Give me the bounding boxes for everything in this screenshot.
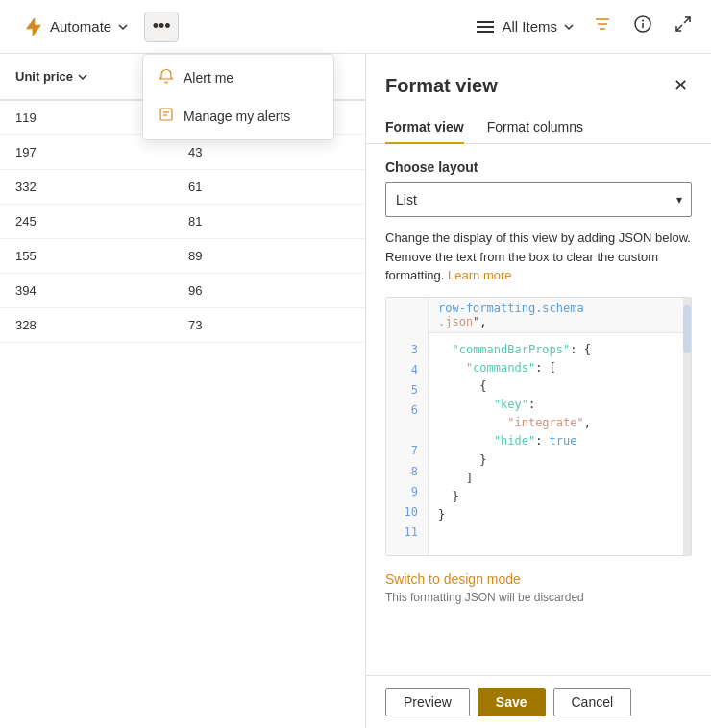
code-top: row-formatting.schema.json", bbox=[429, 298, 691, 333]
unit-price-cell: 328 bbox=[0, 308, 173, 342]
table-row[interactable]: 332 61 bbox=[0, 170, 365, 205]
chevron-down-icon bbox=[563, 21, 575, 33]
automate-button[interactable]: Automate bbox=[15, 12, 136, 41]
main-content: Unit price Production price 119 111 197 … bbox=[0, 54, 711, 728]
panel-title: Format view bbox=[385, 75, 498, 97]
unit-price-cell: 155 bbox=[0, 239, 173, 273]
code-editor[interactable]: 3 4 5 6 7 8 9 10 11 row-formatting.schem… bbox=[385, 297, 692, 556]
svg-line-7 bbox=[684, 17, 690, 23]
svg-point-6 bbox=[642, 20, 644, 22]
filter-button[interactable] bbox=[590, 12, 615, 41]
manage-alerts-item[interactable]: Manage my alerts bbox=[143, 97, 333, 135]
table-row[interactable]: 394 96 bbox=[0, 274, 365, 308]
svg-rect-9 bbox=[160, 109, 172, 120]
filter-icon bbox=[594, 15, 611, 33]
scrollbar-thumb bbox=[683, 305, 691, 353]
chevron-down-icon bbox=[117, 21, 129, 33]
table-row[interactable]: 155 89 bbox=[0, 239, 365, 274]
panel-header: Format view ✕ bbox=[366, 54, 711, 111]
code-scroll-area: 3 4 5 6 7 8 9 10 11 row-formatting.schem… bbox=[386, 298, 691, 555]
panel-tabs: Format view Format columns bbox=[366, 111, 711, 144]
cancel-button[interactable]: Cancel bbox=[553, 688, 632, 716]
close-button[interactable]: ✕ bbox=[670, 71, 692, 100]
design-mode-note: This formatting JSON will be discarded bbox=[385, 591, 692, 604]
design-mode-link[interactable]: Switch to design mode bbox=[385, 571, 692, 587]
expand-icon bbox=[674, 15, 692, 33]
code-scrollbar[interactable] bbox=[683, 298, 691, 555]
hamburger-icon bbox=[477, 21, 494, 33]
automate-label: Automate bbox=[50, 18, 111, 35]
svg-marker-0 bbox=[27, 17, 41, 35]
description-text: Change the display of this view by addin… bbox=[385, 229, 692, 285]
production-price-cell: 61 bbox=[173, 170, 365, 204]
sort-icon bbox=[77, 71, 88, 83]
table-row[interactable]: 245 81 bbox=[0, 205, 365, 239]
svg-line-8 bbox=[676, 25, 682, 31]
alert-me-item[interactable]: Alert me bbox=[143, 59, 333, 97]
tab-format-columns[interactable]: Format columns bbox=[487, 111, 583, 144]
more-icon: ••• bbox=[153, 16, 171, 36]
dropdown-menu: Alert me Manage my alerts bbox=[142, 54, 334, 140]
more-options-button[interactable]: ••• bbox=[144, 12, 179, 42]
top-bar-right: All Items bbox=[477, 12, 696, 41]
all-items-label: All Items bbox=[502, 18, 557, 35]
preview-button[interactable]: Preview bbox=[385, 688, 470, 716]
production-price-cell: 96 bbox=[173, 274, 365, 307]
layout-select[interactable]: List Compact list Gallery bbox=[385, 182, 692, 217]
choose-layout-label: Choose layout bbox=[385, 159, 692, 175]
expand-button[interactable] bbox=[671, 12, 696, 41]
top-bar-left: Automate ••• bbox=[15, 12, 179, 42]
production-price-cell: 81 bbox=[173, 205, 365, 238]
unit-price-label: Unit price bbox=[15, 69, 73, 84]
code-body[interactable]: "commandBarProps": { "commands": [ { "ke… bbox=[429, 333, 691, 533]
unit-price-cell: 394 bbox=[0, 274, 173, 307]
manage-alerts-label: Manage my alerts bbox=[184, 109, 290, 124]
right-panel: Format view ✕ Format view Format columns… bbox=[365, 54, 711, 728]
production-price-cell: 89 bbox=[173, 239, 365, 273]
info-icon bbox=[634, 15, 651, 33]
table-area: Unit price Production price 119 111 197 … bbox=[0, 54, 365, 728]
bell-icon bbox=[159, 68, 174, 87]
table-row[interactable]: 328 73 bbox=[0, 308, 365, 343]
production-price-cell: 73 bbox=[173, 308, 365, 342]
all-items-button[interactable]: All Items bbox=[477, 18, 575, 35]
layout-select-wrapper: List Compact list Gallery ▾ bbox=[385, 182, 692, 217]
tab-format-view[interactable]: Format view bbox=[385, 111, 464, 144]
automate-icon bbox=[23, 16, 44, 37]
table-row[interactable]: 197 43 bbox=[0, 135, 365, 170]
note-icon bbox=[159, 107, 174, 126]
panel-body: Choose layout List Compact list Gallery … bbox=[366, 144, 711, 675]
top-bar: Automate ••• All Items bbox=[0, 0, 711, 54]
unit-price-cell: 245 bbox=[0, 205, 173, 238]
unit-price-cell: 332 bbox=[0, 170, 173, 204]
save-button[interactable]: Save bbox=[478, 688, 546, 716]
learn-more-link[interactable]: Learn more bbox=[448, 268, 511, 282]
line-numbers: 3 4 5 6 7 8 9 10 11 bbox=[386, 298, 429, 555]
alert-me-label: Alert me bbox=[184, 70, 233, 85]
panel-footer: Preview Save Cancel bbox=[366, 675, 711, 728]
info-button[interactable] bbox=[630, 12, 655, 41]
unit-price-cell: 197 bbox=[0, 135, 173, 169]
production-price-cell: 43 bbox=[173, 135, 365, 169]
